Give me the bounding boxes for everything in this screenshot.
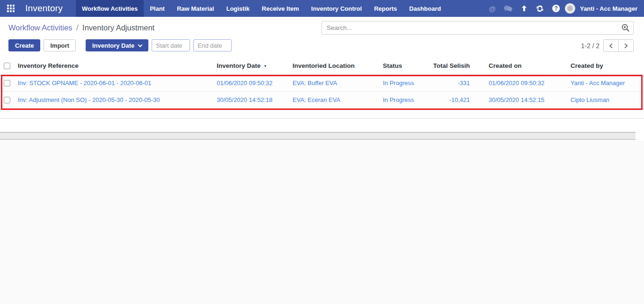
action-toolbar: Create Import Inventory Date <box>8 39 232 51</box>
cell-created-by[interactable]: Cipto Liusman <box>556 96 644 103</box>
user-menu[interactable]: Yanti - Acc Manager <box>580 5 637 12</box>
refresh-icon[interactable] <box>533 1 547 15</box>
cell-created-on[interactable]: 30/05/2020 14:52:15 <box>474 96 556 103</box>
chevron-left-icon <box>609 43 613 49</box>
pager: 1-2 / 2 <box>581 39 634 52</box>
top-navbar: Inventory Workflow Activities Plant Raw … <box>0 0 644 17</box>
cell-inventory-reference[interactable]: Inv: Adjustment (Non SO) - 2020-05-30 - … <box>18 96 213 103</box>
pager-previous-button[interactable] <box>603 39 619 52</box>
nav-item-inventory-control[interactable]: Inventory Control <box>305 0 368 17</box>
cell-inventory-date[interactable]: 30/05/2020 14:52:18 <box>213 96 288 103</box>
control-panel: Workflow Activities / Inventory Adjustme… <box>0 17 644 57</box>
mentions-icon[interactable]: @ <box>485 1 499 15</box>
column-header-total-selisih[interactable]: Total Selisih <box>427 62 474 69</box>
nav-item-workflow-activities[interactable]: Workflow Activities <box>76 0 144 17</box>
apps-menu-button[interactable] <box>0 0 22 17</box>
nav-item-dashboard[interactable]: Dashboard <box>403 0 447 17</box>
column-header-inventory-date[interactable]: Inventory Date▼ <box>213 62 288 69</box>
search-input[interactable] <box>322 21 634 35</box>
row-checkbox[interactable] <box>4 97 10 103</box>
create-button[interactable]: Create <box>8 39 40 51</box>
search-magnifier-icon[interactable] <box>621 23 630 32</box>
sort-desc-icon: ▼ <box>263 64 267 68</box>
horizontal-scrollbar[interactable] <box>0 132 636 140</box>
cell-created-by[interactable]: Yanti - Acc Manager <box>556 80 644 87</box>
cell-status[interactable]: In Progress <box>381 96 427 103</box>
main-menu: Workflow Activities Plant Raw Material L… <box>76 0 447 17</box>
empty-content-area <box>0 141 644 304</box>
column-header-created-by[interactable]: Created by <box>556 62 644 69</box>
nav-item-raw-material[interactable]: Raw Material <box>171 0 220 17</box>
column-header-inventory-reference[interactable]: Inventory Reference <box>18 62 213 69</box>
cell-created-on[interactable]: 01/06/2020 09:50:32 <box>474 80 556 87</box>
column-header-created-on[interactable]: Created on <box>474 62 556 69</box>
column-header-inventoried-location[interactable]: Inventoried Location <box>288 62 381 69</box>
cell-total-selisih[interactable]: -10,421 <box>427 96 474 103</box>
help-icon[interactable]: ? <box>549 1 563 15</box>
page-title: Inventory Adjustment <box>82 23 154 32</box>
pager-range: 1-2 / 2 <box>581 42 600 50</box>
messages-icon[interactable] <box>501 1 515 15</box>
select-all-checkbox[interactable] <box>4 63 10 69</box>
list-footer-divider <box>0 109 644 119</box>
breadcrumb-parent-link[interactable]: Workflow Activities <box>8 23 72 32</box>
nav-item-reports[interactable]: Reports <box>368 0 403 17</box>
nav-item-receive-item[interactable]: Receive Item <box>256 0 305 17</box>
breadcrumb-separator: / <box>74 23 80 32</box>
inventory-date-filter-button[interactable]: Inventory Date <box>86 39 148 51</box>
inventory-adjustment-list: Inventory Reference Inventory Date▼ Inve… <box>0 57 644 109</box>
start-date-input[interactable] <box>152 39 190 51</box>
cell-inventoried-location[interactable]: EVA: Eceran EVA <box>288 96 381 103</box>
list-header-row: Inventory Reference Inventory Date▼ Inve… <box>0 57 644 75</box>
row-checkbox[interactable] <box>4 80 10 87</box>
end-date-input[interactable] <box>193 39 232 51</box>
nav-item-plant[interactable]: Plant <box>144 0 171 17</box>
upload-icon[interactable] <box>517 1 531 15</box>
cell-inventory-date[interactable]: 01/06/2020 09:50:32 <box>213 80 288 87</box>
cell-status[interactable]: In Progress <box>381 80 427 87</box>
import-button[interactable]: Import <box>44 39 75 51</box>
chat-bubbles-icon <box>504 5 512 12</box>
cell-total-selisih[interactable]: -331 <box>427 80 474 87</box>
column-header-status[interactable]: Status <box>381 62 427 69</box>
app-title[interactable]: Inventory <box>22 0 76 17</box>
nav-item-logistik[interactable]: Logistik <box>220 0 256 17</box>
cell-inventory-reference[interactable]: Inv: STOCK OPNAME - 2020-06-01 - 2020-06… <box>18 80 213 87</box>
user-avatar[interactable] <box>565 3 575 14</box>
search-bar <box>322 21 634 35</box>
apps-grid-icon <box>7 5 15 12</box>
cell-inventoried-location[interactable]: EVA: Buffer EVA <box>288 80 381 87</box>
table-row[interactable]: Inv: STOCK OPNAME - 2020-06-01 - 2020-06… <box>0 75 644 92</box>
table-row[interactable]: Inv: Adjustment (Non SO) - 2020-05-30 - … <box>0 92 644 109</box>
chevron-down-icon <box>138 43 143 47</box>
pager-next-button[interactable] <box>618 39 634 52</box>
chevron-right-icon <box>624 43 628 49</box>
breadcrumb: Workflow Activities / Inventory Adjustme… <box>8 23 154 32</box>
